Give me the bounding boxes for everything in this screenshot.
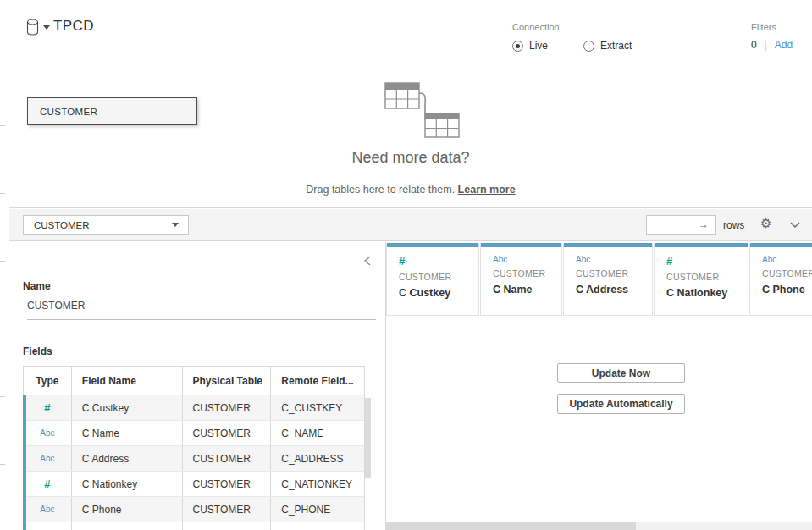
table-selector-value: CUSTOMER xyxy=(34,220,90,230)
grid-horizontal-scrollbar-track[interactable] xyxy=(386,522,812,530)
empty-state-title: Need more data? xyxy=(9,149,812,167)
table-selection-accent-bar xyxy=(23,395,26,530)
update-automatically-button[interactable]: Update Automatically xyxy=(557,394,685,414)
cell-remote-field: C_CUSTKEY xyxy=(271,395,364,420)
column-accent-strip xyxy=(481,243,561,247)
radio-live[interactable]: Live xyxy=(512,40,548,52)
rows-label: rows xyxy=(723,219,744,231)
grid-col-table: CUSTOMER xyxy=(762,268,812,279)
cell-physical-table: CUSTOMER xyxy=(183,472,272,496)
cell-field-name: C Nationkey xyxy=(72,472,183,496)
col-header-physical-table[interactable]: Physical Table xyxy=(183,367,272,395)
grid-column-header[interactable]: # CUSTOMER C Nationkey xyxy=(654,243,748,316)
datasource-icon-menu[interactable] xyxy=(26,19,50,36)
connection-label: Connection xyxy=(512,22,632,32)
relate-tables-illustration xyxy=(373,80,461,141)
filters-group: Filters 0 | Add xyxy=(751,22,793,51)
table-row[interactable]: Abc C Address CUSTOMER C_ADDRESS xyxy=(24,446,364,472)
radio-extract-button[interactable] xyxy=(583,41,594,52)
go-arrow-icon[interactable]: → xyxy=(699,218,709,230)
table-row[interactable]: # C Nationkey CUSTOMER C_NATIONKEY xyxy=(24,472,364,497)
fields-table: Type Field Name Physical Table Remote Fi… xyxy=(23,366,365,530)
string-type-icon: Abc xyxy=(40,505,54,514)
cell-remote-field: C_PHONE xyxy=(271,497,364,522)
connection-group: Connection Live Extract xyxy=(512,22,632,52)
chevron-down-icon[interactable] xyxy=(790,222,800,228)
radio-live-label: Live xyxy=(529,40,548,52)
col-header-field-name[interactable]: Field Name xyxy=(72,367,183,395)
table-row[interactable]: Abc C Phone CUSTOMER C_PHONE xyxy=(24,497,364,522)
dropdown-caret-icon xyxy=(172,223,179,227)
rows-count-input[interactable]: → xyxy=(646,215,716,235)
table-row-partial[interactable] xyxy=(24,522,364,530)
cell-physical-table: CUSTOMER xyxy=(183,497,272,522)
column-accent-strip xyxy=(564,243,652,247)
canvas-table-customer[interactable]: CUSTOMER xyxy=(27,97,197,125)
empty-state-subtitle: Drag tables here to relate them. Learn m… xyxy=(9,184,812,196)
grid-col-table: CUSTOMER xyxy=(576,268,652,279)
cell-field-name: C Phone xyxy=(72,497,183,522)
grid-col-table: CUSTOMER xyxy=(493,268,561,279)
table-selector-dropdown[interactable]: CUSTOMER xyxy=(23,215,189,235)
database-icon xyxy=(26,19,41,36)
filters-count: 0 xyxy=(751,39,757,51)
grid-col-field: C Custkey xyxy=(399,287,478,299)
collapse-panel-icon[interactable] xyxy=(364,256,371,266)
grid-col-table: CUSTOMER xyxy=(399,272,478,282)
string-type-icon: Abc xyxy=(493,255,561,264)
col-header-remote-field[interactable]: Remote Field... xyxy=(271,367,364,395)
name-input[interactable]: CUSTOMER xyxy=(27,300,376,320)
cell-field-name: C Address xyxy=(72,446,183,471)
grid-col-field: C Nationkey xyxy=(666,287,748,299)
grid-col-field: C Address xyxy=(576,284,652,295)
grid-col-field: C Name xyxy=(493,284,561,295)
filters-add-link[interactable]: Add xyxy=(775,39,793,51)
string-type-icon: Abc xyxy=(576,255,652,264)
edge-tick xyxy=(0,464,5,465)
string-type-icon: Abc xyxy=(762,255,812,264)
filters-divider: | xyxy=(765,39,767,51)
column-accent-strip xyxy=(655,243,748,247)
fields-table-scrollbar[interactable] xyxy=(365,398,371,478)
table-details-panel: Name CUSTOMER Fields Type Field Name Phy… xyxy=(9,242,385,530)
number-type-icon: # xyxy=(44,401,50,414)
radio-extract[interactable]: Extract xyxy=(583,40,632,52)
string-type-icon: Abc xyxy=(40,428,54,438)
left-edge-strip xyxy=(0,0,8,530)
radio-extract-label: Extract xyxy=(600,40,632,52)
cell-remote-field: C_ADDRESS xyxy=(271,446,364,471)
number-type-icon: # xyxy=(399,255,478,268)
col-header-type[interactable]: Type xyxy=(24,367,72,395)
cell-remote-field: C_NAME xyxy=(271,421,364,445)
empty-state-text: Drag tables here to relate them. xyxy=(306,184,455,196)
data-grid-panel: # CUSTOMER C Custkey Abc CUSTOMER C Name… xyxy=(385,242,812,530)
grid-column-header[interactable]: Abc CUSTOMER C Phone xyxy=(749,243,812,316)
column-accent-strip xyxy=(387,243,478,247)
cell-field-name: C Custkey xyxy=(72,395,183,420)
grid-col-table: CUSTOMER xyxy=(666,272,748,282)
fields-table-header: Type Field Name Physical Table Remote Fi… xyxy=(24,367,364,395)
string-type-icon: Abc xyxy=(40,454,54,463)
grid-horizontal-scrollbar-thumb[interactable] xyxy=(386,522,636,530)
grid-column-header[interactable]: # CUSTOMER C Custkey xyxy=(386,243,479,316)
learn-more-link[interactable]: Learn more xyxy=(458,184,516,196)
radio-live-button[interactable] xyxy=(512,41,523,52)
tableau-data-source-page: TPCD Connection Live Extract Filters 0 |… xyxy=(0,0,812,530)
edge-tick xyxy=(0,396,5,397)
datasource-title: TPCD xyxy=(53,18,94,35)
table-row[interactable]: # C Custkey CUSTOMER C_CUSTKEY xyxy=(24,395,364,421)
edge-tick xyxy=(0,193,5,194)
cell-physical-table: CUSTOMER xyxy=(183,395,272,420)
cell-remote-field: C_NATIONKEY xyxy=(271,472,364,496)
canvas-header-area: TPCD Connection Live Extract Filters 0 |… xyxy=(9,0,812,208)
update-now-button[interactable]: Update Now xyxy=(557,363,685,383)
grid-column-header[interactable]: Abc CUSTOMER C Name xyxy=(480,243,562,316)
cell-physical-table: CUSTOMER xyxy=(183,421,272,445)
chevron-down-icon xyxy=(43,25,50,30)
table-row[interactable]: Abc C Name CUSTOMER C_NAME xyxy=(24,421,364,446)
grid-column-header[interactable]: Abc CUSTOMER C Address xyxy=(563,243,653,316)
name-label: Name xyxy=(23,280,51,292)
grid-toolbar: CUSTOMER → rows ⚙ xyxy=(9,209,812,241)
fields-label: Fields xyxy=(23,345,52,357)
gear-icon[interactable]: ⚙ xyxy=(760,217,771,229)
